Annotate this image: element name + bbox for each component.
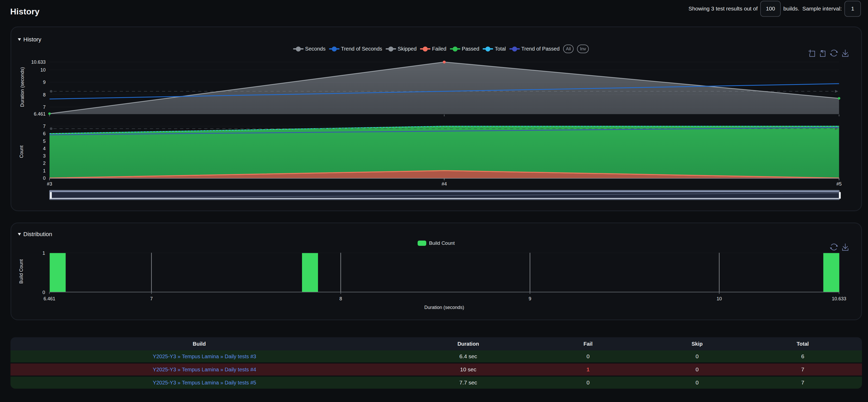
svg-text:7: 7 (43, 124, 45, 129)
svg-text:0: 0 (42, 290, 45, 295)
svg-text:9: 9 (43, 80, 45, 85)
svg-text:8: 8 (340, 296, 342, 301)
svg-text:5: 5 (43, 138, 45, 144)
svg-text:7: 7 (150, 296, 153, 301)
svg-text:2: 2 (43, 161, 45, 166)
svg-text:Duration (seconds): Duration (seconds) (424, 305, 464, 310)
svg-text:#3: #3 (47, 181, 52, 187)
svg-text:10.633: 10.633 (832, 296, 846, 301)
svg-text:6.461: 6.461 (34, 112, 45, 117)
svg-text:6.461: 6.461 (43, 296, 55, 301)
svg-text:#5: #5 (837, 181, 842, 187)
svg-text:Count: Count (19, 146, 24, 158)
svg-text:4: 4 (43, 146, 45, 151)
svg-text:Build Count: Build Count (19, 259, 24, 283)
svg-text:1: 1 (43, 168, 45, 174)
svg-text:8: 8 (43, 92, 45, 97)
svg-text:9: 9 (529, 296, 531, 301)
svg-text:10: 10 (40, 67, 45, 72)
svg-text:0: 0 (43, 176, 45, 181)
svg-text:3: 3 (43, 153, 45, 159)
svg-text:#4: #4 (441, 181, 447, 187)
svg-text:6: 6 (43, 131, 45, 136)
svg-text:Duration (seconds): Duration (seconds) (20, 67, 25, 107)
svg-text:7: 7 (43, 104, 45, 110)
svg-text:10: 10 (716, 296, 722, 301)
svg-text:10.633: 10.633 (31, 60, 45, 65)
svg-text:1: 1 (42, 250, 45, 256)
